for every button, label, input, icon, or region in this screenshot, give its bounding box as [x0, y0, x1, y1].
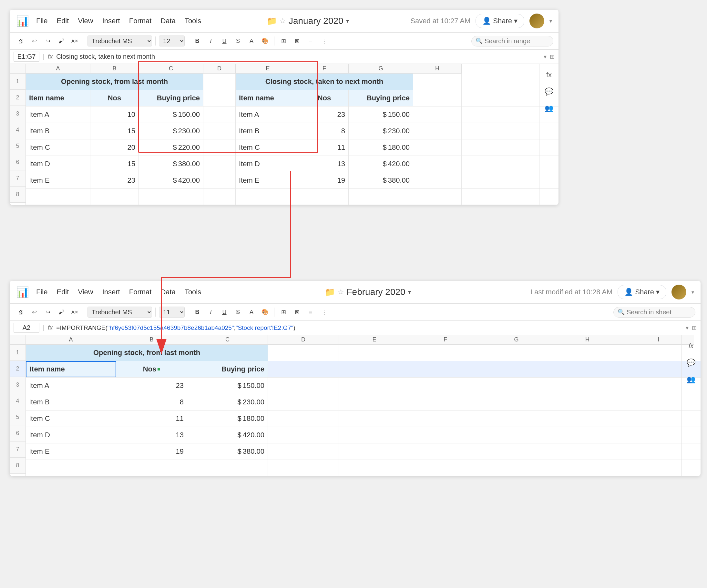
cell-reference[interactable]: E1:G7 — [13, 51, 39, 62]
account-chevron-icon[interactable]: ▾ — [549, 18, 552, 24]
cell-h3[interactable] — [413, 106, 462, 123]
bot-cell-d8-2[interactable] — [268, 460, 339, 476]
close-nos-d-6[interactable]: 13 — [300, 156, 349, 172]
bot-cell-g2[interactable] — [481, 361, 552, 377]
bot-formula-chevron-icon[interactable]: ▾ — [686, 324, 688, 332]
open-price-b-4[interactable]: $230.00 — [139, 123, 203, 139]
close-price-e-7[interactable]: $380.00 — [349, 172, 413, 188]
bot-cell-e4[interactable] — [339, 394, 410, 410]
open-item-name-header[interactable]: Item name — [26, 90, 90, 106]
close-nos-a-3[interactable]: 23 — [300, 106, 349, 123]
close-price-b-4[interactable]: $230.00 — [349, 123, 413, 139]
cell-g8[interactable] — [349, 189, 413, 205]
bot-price-d-6[interactable]: $420.00 — [187, 427, 268, 443]
bot-item-e-7[interactable]: Item E — [26, 443, 116, 459]
bot-share-button[interactable]: 👤 Share ▾ — [617, 285, 666, 299]
bot-cell-d1[interactable] — [268, 345, 339, 361]
cell-h1[interactable] — [413, 74, 462, 90]
align-button[interactable]: ≡ — [305, 35, 316, 47]
bot-cell-g5[interactable] — [481, 411, 552, 427]
close-price-d-6[interactable]: $420.00 — [349, 156, 413, 172]
people-side-icon[interactable]: 👥 — [543, 103, 555, 114]
bot-font-selector[interactable]: Trebuchet MS — [88, 307, 152, 317]
bot-text-color-button[interactable]: A — [246, 306, 257, 318]
closing-stock-header[interactable]: Closing stock, taken to next month — [236, 74, 413, 90]
bot-cell-f2[interactable] — [410, 361, 481, 377]
open-nos-e-7[interactable]: 23 — [90, 172, 139, 188]
cell-h7[interactable] — [413, 172, 462, 188]
bot-bold-button[interactable]: B — [192, 306, 203, 318]
star-icon[interactable]: ☆ — [279, 17, 286, 25]
close-item-c-5[interactable]: Item C — [236, 139, 300, 155]
bot-cell-f5[interactable] — [410, 411, 481, 427]
cell-e8[interactable] — [236, 189, 300, 205]
strikethrough-button[interactable]: S — [232, 35, 244, 47]
cell-c8[interactable] — [139, 189, 203, 205]
bot-fx-side-icon[interactable]: fx — [685, 340, 697, 352]
bot-nos-a-3[interactable]: 23 — [116, 378, 187, 394]
user-avatar[interactable] — [530, 13, 544, 28]
open-price-header[interactable]: Buying price — [139, 90, 203, 106]
borders-button[interactable]: ⊞ — [278, 35, 289, 47]
close-price-header[interactable]: Buying price — [349, 90, 413, 106]
cell-f8[interactable] — [300, 189, 349, 205]
bot-merge-button[interactable]: ⊠ — [291, 306, 303, 318]
formula-chevron-icon[interactable]: ▾ — [544, 53, 546, 60]
bot-item-c-5[interactable]: Item C — [26, 411, 116, 427]
fx-side-icon[interactable]: fx — [543, 69, 555, 81]
close-price-c-5[interactable]: $180.00 — [349, 139, 413, 155]
bot-cell-e7[interactable] — [339, 443, 410, 459]
bot-cell-e2[interactable] — [339, 361, 410, 377]
close-item-d-6[interactable]: Item D — [236, 156, 300, 172]
bot-format-paint-button[interactable]: 🖌 — [56, 306, 67, 318]
bot-cell-e6[interactable] — [339, 427, 410, 443]
bot-cell-h6[interactable] — [552, 427, 623, 443]
bold-button[interactable]: B — [192, 35, 203, 47]
open-nos-c-5[interactable]: 20 — [90, 139, 139, 155]
bot-cell-h1[interactable] — [552, 345, 623, 361]
bot-cell-f8[interactable] — [410, 460, 481, 476]
menu-edit[interactable]: Edit — [53, 15, 73, 27]
bot-nos-c-5[interactable]: 11 — [116, 411, 187, 427]
cell-b8[interactable] — [90, 189, 139, 205]
font-selector[interactable]: Trebuchet MS — [88, 35, 152, 46]
bot-opening-stock-header[interactable]: Opening stock, from last month — [26, 345, 268, 361]
cell-d6[interactable] — [203, 156, 236, 172]
bot-nos-b-4[interactable]: 8 — [116, 394, 187, 410]
bot-strikethrough-button[interactable]: S — [232, 306, 244, 318]
open-item-a-3[interactable]: Item A — [26, 106, 90, 123]
bot-cell-g4[interactable] — [481, 394, 552, 410]
bot-price-b-4[interactable]: $230.00 — [187, 394, 268, 410]
open-item-d-6[interactable]: Item D — [26, 156, 90, 172]
bot-cell-e3[interactable] — [339, 378, 410, 394]
bot-cell-c8[interactable] — [187, 460, 268, 476]
bot-cell-h5[interactable] — [552, 411, 623, 427]
bot-font-size-selector[interactable]: 11 — [159, 307, 184, 317]
formula-expand-icon[interactable]: ⊞ — [550, 53, 554, 60]
bot-chat-side-icon[interactable]: 💬 — [685, 357, 697, 369]
open-item-b-4[interactable]: Item B — [26, 123, 90, 139]
bot-menu-data[interactable]: Data — [157, 286, 179, 298]
open-price-c-5[interactable]: $220.00 — [139, 139, 203, 155]
bot-cell-d7[interactable] — [268, 443, 339, 459]
close-price-a-3[interactable]: $150.00 — [349, 106, 413, 123]
open-price-d-6[interactable]: $380.00 — [139, 156, 203, 172]
fill-color-button[interactable]: 🎨 — [259, 35, 271, 47]
bot-cell-f3[interactable] — [410, 378, 481, 394]
bot-cell-h8[interactable] — [552, 460, 623, 476]
bot-clear-format-button[interactable]: A✕ — [69, 306, 81, 318]
bot-user-avatar[interactable] — [672, 285, 686, 300]
redo-button[interactable]: ↪ — [42, 35, 54, 47]
chat-side-icon[interactable]: 💬 — [543, 86, 555, 98]
cell-h2[interactable] — [413, 90, 462, 106]
bot-cell-g1[interactable] — [481, 345, 552, 361]
bot-menu-tools[interactable]: Tools — [181, 286, 205, 298]
open-nos-d-6[interactable]: 15 — [90, 156, 139, 172]
bot-cell-h7[interactable] — [552, 443, 623, 459]
cell-h4[interactable] — [413, 123, 462, 139]
bot-underline-button[interactable]: U — [218, 306, 230, 318]
bot-menu-edit[interactable]: Edit — [53, 286, 73, 298]
bot-menu-insert[interactable]: Insert — [98, 286, 124, 298]
bot-cell-f4[interactable] — [410, 394, 481, 410]
menu-view[interactable]: View — [74, 15, 97, 27]
